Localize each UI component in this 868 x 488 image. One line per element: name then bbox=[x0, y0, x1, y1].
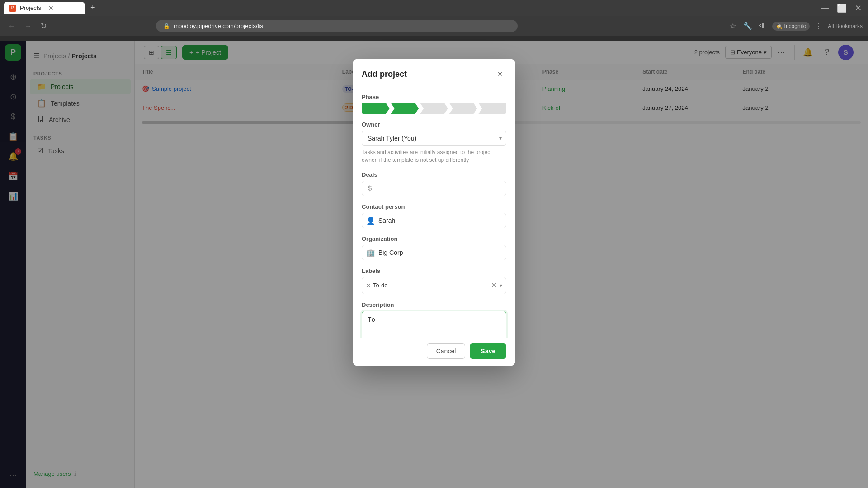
modal-footer: Cancel Save bbox=[353, 338, 515, 366]
forward-btn[interactable]: → bbox=[22, 20, 34, 32]
deals-label: Deals bbox=[362, 171, 506, 178]
deals-section: Deals ＄ bbox=[362, 171, 506, 196]
modal-body: Phase Owner Sarah Tyler (You) ▾ Tasks an… bbox=[353, 86, 515, 338]
tab-icon: P bbox=[9, 5, 16, 12]
modal-title: Add project bbox=[362, 70, 407, 79]
bookmark-star-btn[interactable]: ☆ bbox=[728, 20, 738, 32]
labels-section: Labels ✕ To-do ✕ ▾ bbox=[362, 267, 506, 294]
incognito-label: Incognito bbox=[784, 23, 807, 29]
address-bar[interactable]: 🔒 moodjoy.pipedrive.com/projects/list bbox=[156, 20, 518, 32]
cancel-btn[interactable]: Cancel bbox=[427, 343, 466, 359]
incognito-icon: 🕵 bbox=[776, 23, 783, 29]
owner-select-wrapper: Sarah Tyler (You) ▾ bbox=[362, 131, 506, 146]
browser-tab[interactable]: P Projects ✕ bbox=[4, 2, 85, 14]
owner-select[interactable]: Sarah Tyler (You) bbox=[362, 131, 506, 146]
desc-textarea[interactable]: To bbox=[362, 311, 506, 338]
owner-hint: Tasks and activities are initially assig… bbox=[362, 149, 506, 164]
org-section: Organization 🏢 bbox=[362, 235, 506, 260]
browser-toolbar: ← → ↻ 🔒 moodjoy.pipedrive.com/projects/l… bbox=[0, 16, 868, 36]
owner-label: Owner bbox=[362, 121, 506, 128]
new-tab-btn[interactable]: + bbox=[87, 3, 99, 13]
contact-label: Contact person bbox=[362, 203, 506, 210]
contact-input[interactable] bbox=[362, 213, 506, 228]
desc-label: Description bbox=[362, 301, 506, 308]
browser-chrome: P Projects ✕ + — ⬜ ✕ ← → ↻ 🔒 moodjoy.pip… bbox=[0, 0, 868, 41]
toolbar-right: ☆ 🔧 👁 🕵 Incognito ⋮ All Bookmarks bbox=[728, 20, 863, 32]
org-label: Organization bbox=[362, 235, 506, 242]
contact-section: Contact person 👤 bbox=[362, 203, 506, 228]
tab-label: Projects bbox=[20, 5, 41, 11]
lock-icon: 🔒 bbox=[163, 23, 170, 29]
label-tag: ✕ To-do bbox=[366, 282, 388, 289]
deals-input-wrapper: ＄ bbox=[362, 181, 506, 196]
modal-close-btn[interactable]: × bbox=[494, 68, 506, 80]
org-input-wrapper: 🏢 bbox=[362, 245, 506, 260]
extensions-btn[interactable]: 🔧 bbox=[741, 20, 754, 32]
modal-header: Add project × bbox=[353, 59, 515, 86]
description-section: Description To bbox=[362, 301, 506, 338]
maximize-btn[interactable]: ⬜ bbox=[834, 3, 849, 13]
chrome-menu-btn[interactable]: ⋮ bbox=[813, 20, 824, 32]
phase-label: Phase bbox=[362, 94, 506, 100]
save-btn[interactable]: Save bbox=[470, 343, 506, 359]
phase-step-5[interactable] bbox=[478, 103, 506, 114]
incognito-badge: 🕵 Incognito bbox=[772, 22, 810, 31]
tab-close-btn[interactable]: ✕ bbox=[48, 5, 54, 12]
labels-clear-btn[interactable]: ✕ bbox=[491, 281, 497, 290]
phase-step-4[interactable] bbox=[449, 103, 477, 114]
close-btn[interactable]: ✕ bbox=[852, 3, 864, 13]
phase-step-1[interactable] bbox=[362, 103, 390, 114]
incognito-spy-btn[interactable]: 👁 bbox=[758, 20, 769, 32]
building-icon: 🏢 bbox=[366, 248, 375, 257]
labels-label: Labels bbox=[362, 267, 506, 274]
phase-section: Phase bbox=[362, 94, 506, 114]
label-tag-text: To-do bbox=[373, 282, 388, 289]
window-controls: — ⬜ ✕ bbox=[818, 3, 864, 13]
contact-input-wrapper: 👤 bbox=[362, 213, 506, 228]
bookmarks-label: All Bookmarks bbox=[828, 23, 863, 29]
phase-steps[interactable] bbox=[362, 103, 506, 114]
labels-input-wrapper[interactable]: ✕ To-do ✕ ▾ bbox=[362, 277, 506, 294]
owner-section: Owner Sarah Tyler (You) ▾ Tasks and acti… bbox=[362, 121, 506, 164]
label-tag-remove-btn[interactable]: ✕ bbox=[366, 282, 371, 289]
phase-step-2[interactable] bbox=[391, 103, 419, 114]
person-icon: 👤 bbox=[366, 216, 375, 225]
deals-dollar-icon: ＄ bbox=[366, 183, 373, 193]
minimize-btn[interactable]: — bbox=[818, 3, 831, 13]
add-project-modal: Add project × Phase Owner Sarah Tyler (Y… bbox=[353, 59, 515, 366]
deals-input[interactable] bbox=[362, 181, 506, 196]
labels-expand-btn[interactable]: ▾ bbox=[500, 282, 502, 289]
phase-step-3[interactable] bbox=[420, 103, 448, 114]
org-input[interactable] bbox=[362, 245, 506, 260]
refresh-btn[interactable]: ↻ bbox=[38, 20, 49, 32]
address-text: moodjoy.pipedrive.com/projects/list bbox=[174, 23, 264, 29]
browser-titlebar: P Projects ✕ + — ⬜ ✕ bbox=[0, 0, 868, 16]
back-btn[interactable]: ← bbox=[5, 20, 18, 32]
